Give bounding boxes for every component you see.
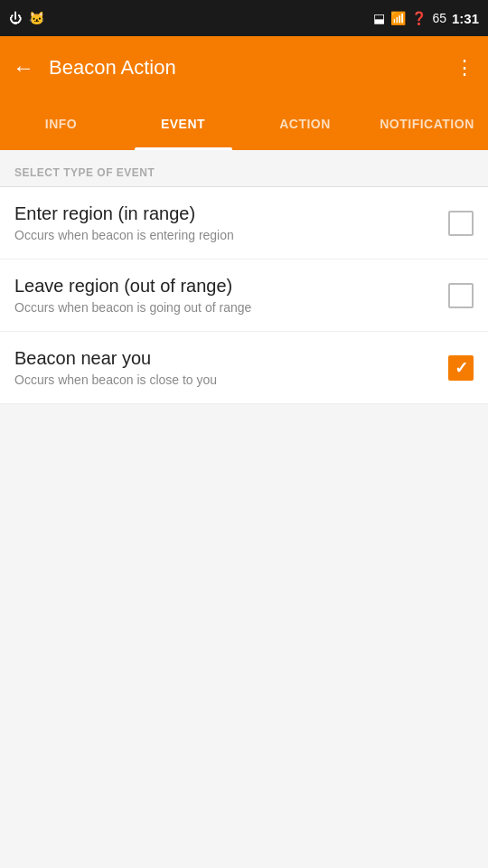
tabs-bar: INFO EVENT ACTION NOTIFICATION	[0, 99, 488, 150]
page-title: Beacon Action	[49, 56, 176, 80]
event-item-enter-region[interactable]: Enter region (in range) Occurs when beac…	[0, 187, 488, 259]
bluetooth-icon: ⬓	[373, 11, 385, 25]
event-item-beacon-near[interactable]: Beacon near you Occurs when beacon is cl…	[0, 332, 488, 404]
event-item-beacon-near-desc: Occurs when beacon is close to you	[14, 373, 448, 387]
cat-icon: 🐱	[29, 11, 44, 25]
status-bar: ⏻ 🐱 ⬓ 📶 ❓ 65 1:31	[0, 0, 488, 36]
tab-event[interactable]: EVENT	[122, 99, 244, 150]
tab-action[interactable]: ACTION	[244, 99, 366, 150]
tab-event-label: EVENT	[161, 117, 205, 131]
more-options-button[interactable]: ⋮	[455, 56, 475, 80]
tab-notification-label: NOTIFICATION	[380, 117, 474, 131]
toolbar-left: ← Beacon Action	[13, 55, 176, 80]
sim-icon: ❓	[411, 11, 427, 25]
battery-level: 65	[432, 11, 446, 25]
tab-info-label: INFO	[45, 117, 77, 131]
event-item-beacon-near-title: Beacon near you	[14, 348, 448, 369]
tab-notification[interactable]: NOTIFICATION	[366, 99, 488, 150]
event-item-enter-region-desc: Occurs when beacon is entering region	[14, 228, 448, 242]
status-bar-right-icons: ⬓ 📶 ❓ 65 1:31	[373, 11, 479, 26]
status-bar-left-icons: ⏻ 🐱	[9, 11, 44, 25]
tab-info[interactable]: INFO	[0, 99, 122, 150]
status-time: 1:31	[452, 11, 479, 26]
event-item-leave-region-title: Leave region (out of range)	[14, 276, 448, 297]
event-item-leave-region-text: Leave region (out of range) Occurs when …	[14, 276, 448, 315]
event-item-beacon-near-text: Beacon near you Occurs when beacon is cl…	[14, 348, 448, 387]
wifi-icon: 📶	[390, 11, 406, 25]
section-label: SELECT TYPE OF EVENT	[0, 150, 488, 186]
tab-action-label: ACTION	[279, 117, 331, 131]
event-list: Enter region (in range) Occurs when beac…	[0, 187, 488, 404]
usb-icon: ⏻	[9, 11, 22, 25]
event-item-enter-region-checkbox[interactable]	[448, 211, 474, 236]
toolbar: ← Beacon Action ⋮	[0, 36, 488, 99]
event-item-enter-region-title: Enter region (in range)	[14, 203, 448, 224]
back-button[interactable]: ←	[13, 55, 34, 80]
event-item-beacon-near-checkbox[interactable]	[448, 355, 474, 381]
event-item-leave-region-desc: Occurs when beacon is going out of range	[14, 300, 448, 315]
content-area: SELECT TYPE OF EVENT Enter region (in ra…	[0, 150, 488, 868]
event-item-leave-region-checkbox[interactable]	[448, 283, 474, 308]
event-item-leave-region[interactable]: Leave region (out of range) Occurs when …	[0, 259, 488, 332]
event-item-enter-region-text: Enter region (in range) Occurs when beac…	[14, 203, 448, 242]
